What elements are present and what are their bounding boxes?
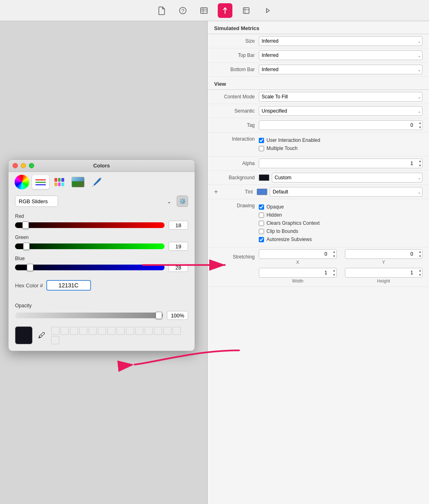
semantic-select[interactable]: Unspecified [259, 106, 422, 116]
multiple-touch-checkbox[interactable] [259, 146, 264, 151]
color-preset-2[interactable] [61, 327, 69, 335]
green-slider-track[interactable] [15, 243, 165, 249]
opacity-value[interactable]: 100% [167, 311, 188, 320]
red-slider-track[interactable] [15, 222, 165, 228]
color-preset-7[interactable] [107, 327, 115, 335]
opacity-section: Opacity 100% [15, 303, 188, 320]
tint-color-swatch[interactable] [257, 189, 267, 195]
stretch-x-input-wrapper: ▲ ▼ [259, 249, 337, 259]
window-close-btn[interactable] [13, 163, 18, 168]
color-preset-13[interactable] [163, 327, 171, 335]
stretch-height-input[interactable] [345, 268, 423, 278]
hidden-checkbox[interactable] [259, 213, 264, 218]
color-preset-10[interactable] [135, 327, 143, 335]
stretch-x-down[interactable]: ▼ [333, 254, 336, 259]
color-mode-select[interactable]: RGB Sliders [15, 196, 58, 207]
current-color-swatch[interactable] [15, 326, 32, 344]
opaque-checkbox[interactable] [259, 204, 264, 210]
size-select[interactable]: Inferred [259, 36, 422, 46]
color-preset-11[interactable] [145, 327, 153, 335]
alpha-stepper-up[interactable]: ▲ [418, 159, 422, 163]
file-inspector-btn[interactable] [154, 3, 169, 18]
tint-row: + Tint Default [208, 185, 429, 199]
topbar-select[interactable]: Inferred [259, 50, 422, 60]
color-preset-6[interactable] [98, 327, 106, 335]
blue-value[interactable]: 28 [169, 263, 188, 272]
forward-btn[interactable] [260, 3, 275, 18]
color-preset-14[interactable] [173, 327, 181, 335]
tint-dropdown-wrapper: Default [270, 187, 422, 197]
size-inspector-btn[interactable] [239, 3, 254, 18]
stretch-h-up[interactable]: ▲ [418, 268, 422, 273]
green-value[interactable]: 19 [169, 242, 188, 251]
stretch-w-down[interactable]: ▼ [333, 273, 336, 277]
tint-select[interactable]: Default [270, 187, 422, 197]
stretch-y-down[interactable]: ▼ [418, 254, 422, 259]
blue-slider-track[interactable] [15, 265, 165, 270]
color-preset-5[interactable] [89, 327, 97, 335]
stretching-wh-row: ▲ ▼ Width ▲ ▼ [214, 268, 422, 283]
color-preset-4[interactable] [79, 327, 87, 335]
stretch-y-input[interactable] [345, 249, 423, 259]
clip-bounds-checkbox[interactable] [259, 229, 264, 234]
red-thumb[interactable] [22, 222, 29, 229]
attributes-inspector-btn[interactable] [218, 3, 232, 18]
clears-graphics-label: Clears Graphics Context [266, 220, 320, 226]
stretch-x-up[interactable]: ▲ [333, 250, 336, 254]
content-mode-select[interactable]: Scale To Fill [259, 92, 422, 102]
color-preset-8[interactable] [117, 327, 125, 335]
window-minimize-btn[interactable] [21, 163, 26, 168]
drawing-checkboxes: Opaque Hidden Clears Graphics Context [259, 203, 320, 243]
clears-graphics-row: Clears Graphics Context [259, 219, 320, 227]
alpha-stepper-down[interactable]: ▼ [418, 163, 422, 168]
alpha-input[interactable] [259, 159, 422, 168]
eyedropper-btn[interactable]: 🖊 [37, 330, 47, 341]
green-label: Green [15, 235, 188, 240]
autoresize-checkbox[interactable] [259, 237, 264, 242]
hex-input[interactable] [46, 280, 91, 291]
color-crayons-tab[interactable]: 🖊️ [88, 175, 105, 189]
red-value[interactable]: 18 [169, 221, 188, 230]
background-select[interactable]: Custom [272, 173, 422, 182]
background-color-swatch[interactable] [259, 174, 269, 181]
green-thumb[interactable] [23, 243, 30, 250]
color-wheel-tab[interactable] [13, 175, 30, 189]
stretch-width-input[interactable] [259, 268, 337, 278]
color-wheel-icon [15, 175, 29, 189]
tint-plus-btn[interactable]: + [214, 188, 218, 196]
blue-thumb[interactable] [27, 264, 33, 271]
localize-btn[interactable] [197, 3, 211, 18]
opacity-thumb[interactable] [156, 312, 162, 319]
color-mode-row: RGB Sliders ⚙️ [15, 196, 188, 207]
color-image-tab[interactable] [69, 175, 87, 189]
clears-graphics-checkbox[interactable] [259, 221, 264, 226]
color-preset-9[interactable] [126, 327, 134, 335]
color-preset-12[interactable] [154, 327, 162, 335]
help-btn[interactable]: ? [176, 3, 190, 18]
tag-input[interactable] [259, 120, 422, 130]
gear-button[interactable]: ⚙️ [177, 196, 188, 207]
color-swatch-row: 🖊 [15, 326, 188, 344]
view-section-header: View [208, 77, 429, 90]
bottombar-select[interactable]: Inferred [259, 65, 422, 74]
color-preset-15[interactable] [51, 336, 59, 344]
color-preset-3[interactable] [70, 327, 78, 335]
stretch-y-up[interactable]: ▲ [418, 250, 422, 254]
window-maximize-btn[interactable] [29, 163, 34, 168]
toolbar: ? [0, 0, 429, 21]
color-palette-tab[interactable] [51, 175, 68, 189]
user-interaction-checkbox[interactable] [259, 138, 264, 143]
tag-stepper-up[interactable]: ▲ [418, 121, 422, 125]
multiple-touch-label: Multiple Touch [266, 146, 298, 151]
color-sliders-tab[interactable] [32, 175, 49, 189]
stretch-h-down[interactable]: ▼ [418, 273, 422, 277]
colors-titlebar: Colors [9, 160, 195, 172]
user-interaction-label: User Interaction Enabled [266, 137, 320, 143]
stretch-x-input[interactable] [259, 249, 337, 259]
color-preset-1[interactable] [51, 327, 59, 335]
svg-rect-2 [201, 8, 207, 13]
tag-stepper-down[interactable]: ▼ [418, 125, 422, 130]
opacity-track[interactable] [15, 313, 163, 318]
stretch-w-up[interactable]: ▲ [333, 268, 336, 273]
opacity-row: 100% [15, 311, 188, 320]
